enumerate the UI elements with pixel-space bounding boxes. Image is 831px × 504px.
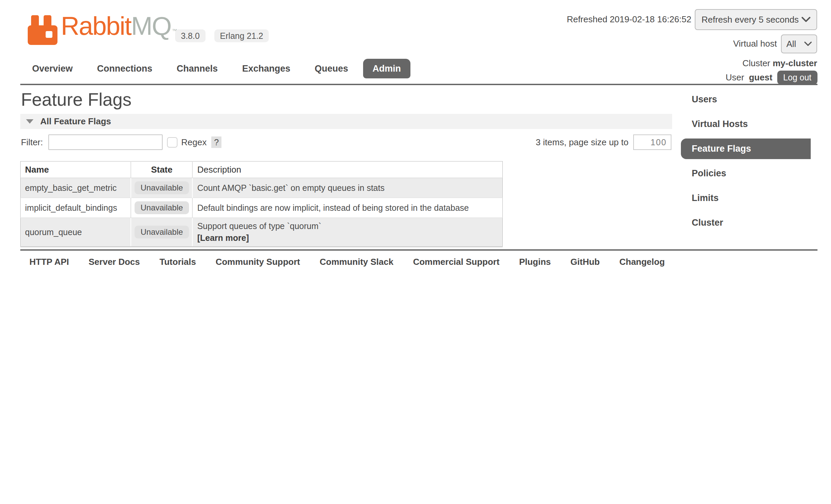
tab-connections[interactable]: Connections — [97, 64, 152, 74]
regex-help-button[interactable]: ? — [211, 136, 221, 148]
nav-divider — [20, 84, 817, 85]
column-header-description: Description — [192, 161, 502, 178]
footer-link-community-slack[interactable]: Community Slack — [320, 257, 394, 267]
tab-queues[interactable]: Queues — [315, 64, 348, 74]
feature-flag-description: Support queues of type `quorum` — [197, 221, 321, 231]
feature-flag-description: Default bindings are now implicit, inste… — [192, 198, 502, 218]
footer-link-github[interactable]: GitHub — [570, 257, 600, 267]
footer-link-server-docs[interactable]: Server Docs — [89, 257, 140, 267]
page-size-input[interactable] — [633, 134, 671, 150]
regex-checkbox[interactable] — [167, 137, 177, 148]
virtual-host-value: All — [786, 39, 796, 49]
cluster-info: Cluster my-cluster — [742, 58, 817, 69]
chevron-down-icon — [804, 42, 812, 46]
status-badge: Unavailable — [135, 181, 189, 194]
feature-flags-table: Name State Description empty_basic_get_m… — [20, 161, 503, 247]
table-row: quorum_queue Unavailable Support queues … — [21, 218, 503, 247]
rabbitmq-rabbit-icon — [28, 15, 57, 45]
sidebar-item-cluster[interactable]: Cluster — [681, 212, 831, 233]
regex-label: Regex — [181, 137, 207, 148]
virtual-host-select[interactable]: All — [781, 34, 817, 53]
refreshed-timestamp: Refreshed 2019-02-18 16:26:52 — [567, 14, 691, 25]
footer-divider — [20, 249, 817, 251]
brand-wordmark: RabbitMQ™ — [61, 12, 177, 45]
table-row: empty_basic_get_metric Unavailable Count… — [21, 178, 503, 198]
feature-flag-name: implicit_default_bindings — [21, 198, 131, 218]
column-header-state[interactable]: State — [131, 161, 192, 178]
page-title: Feature Flags — [21, 89, 132, 110]
footer-link-http-api[interactable]: HTTP API — [29, 257, 69, 267]
tab-channels[interactable]: Channels — [177, 64, 218, 74]
cluster-label: Cluster — [742, 58, 770, 68]
footer-link-plugins[interactable]: Plugins — [519, 257, 551, 267]
footer-link-changelog[interactable]: Changelog — [619, 257, 665, 267]
footer-link-community-support[interactable]: Community Support — [216, 257, 300, 267]
brand-rabbit: Rabbit — [61, 11, 131, 40]
sidebar-item-policies[interactable]: Policies — [681, 163, 831, 184]
admin-sidebar: Users Virtual Hosts Feature Flags Polici… — [681, 89, 831, 237]
virtual-host-label: Virtual host — [733, 39, 777, 49]
rabbitmq-logo-link[interactable]: RabbitMQ™ — [28, 12, 177, 45]
logout-button[interactable]: Log out — [777, 71, 817, 84]
learn-more-link[interactable]: [Learn more] — [197, 233, 498, 243]
feature-flag-name: empty_basic_get_metric — [21, 178, 131, 198]
user-name: guest — [749, 72, 772, 83]
feature-flag-name: quorum_queue — [21, 218, 131, 247]
collapse-triangle-icon — [26, 119, 33, 124]
footer-nav: HTTP API Server Docs Tutorials Community… — [29, 257, 665, 267]
status-badge: Unavailable — [135, 201, 189, 214]
rabbitmq-management-page: RabbitMQ™ 3.8.0 Erlang 21.2 Refreshed 20… — [0, 0, 831, 504]
filter-controls: Filter: Regex ? — [21, 134, 221, 150]
sidebar-item-virtual-hosts[interactable]: Virtual Hosts — [681, 114, 831, 134]
tab-exchanges[interactable]: Exchanges — [242, 64, 290, 74]
pagination-controls: 3 items, page size up to — [536, 134, 671, 150]
cluster-name: my-cluster — [773, 58, 817, 68]
version-badge: 3.8.0 — [175, 29, 206, 42]
table-row: implicit_default_bindings Unavailable De… — [21, 198, 503, 218]
sidebar-item-limits[interactable]: Limits — [681, 188, 831, 208]
refresh-interval-value: Refresh every 5 seconds — [702, 15, 799, 25]
main-nav: Overview Connections Channels Exchanges … — [32, 59, 410, 78]
all-feature-flags-section-toggle[interactable]: All Feature Flags — [20, 114, 672, 129]
erlang-version-badge: Erlang 21.2 — [214, 29, 269, 42]
footer-link-tutorials[interactable]: Tutorials — [160, 257, 196, 267]
user-info: User guest Log out — [726, 71, 817, 84]
brand-mq: MQ — [131, 11, 171, 40]
column-header-name[interactable]: Name — [21, 161, 131, 178]
filter-input[interactable] — [48, 134, 163, 150]
tab-overview[interactable]: Overview — [32, 64, 73, 74]
filter-label: Filter: — [21, 137, 43, 148]
chevron-down-icon — [802, 17, 810, 22]
footer-link-commercial-support[interactable]: Commercial Support — [413, 257, 500, 267]
tab-admin[interactable]: Admin — [363, 59, 410, 78]
table-header-row: Name State Description — [21, 161, 503, 178]
sidebar-item-feature-flags[interactable]: Feature Flags — [681, 138, 811, 159]
user-label: User — [726, 72, 744, 83]
items-summary: 3 items, page size up to — [536, 137, 628, 148]
section-title: All Feature Flags — [40, 116, 111, 127]
refresh-interval-select[interactable]: Refresh every 5 seconds — [695, 9, 817, 30]
feature-flag-description: Count AMQP `basic.get` on empty queues i… — [192, 178, 502, 198]
status-badge: Unavailable — [135, 226, 189, 238]
sidebar-item-users[interactable]: Users — [681, 89, 831, 110]
